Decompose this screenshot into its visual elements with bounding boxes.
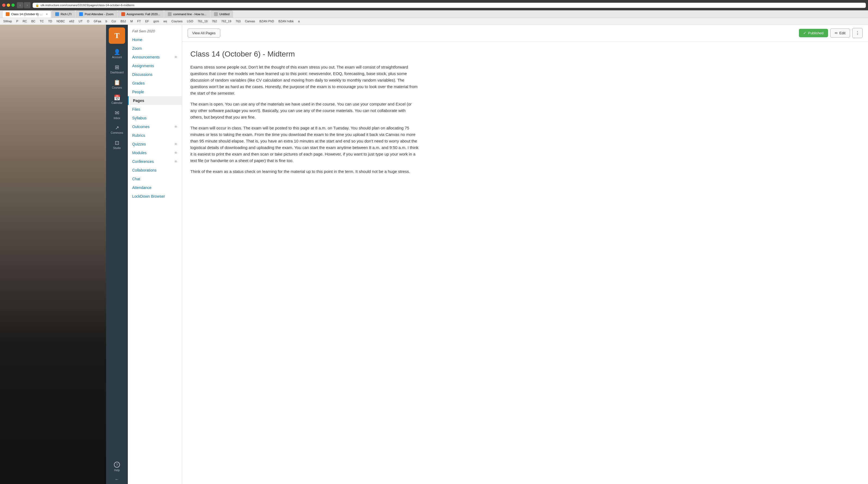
close-button[interactable] (2, 3, 5, 7)
tab-favicon (6, 12, 9, 16)
tab-label: Assignments: Fall 2020... (127, 12, 160, 16)
bookmark-m[interactable]: M (129, 19, 134, 23)
pencil-icon: ✏ (835, 31, 838, 35)
course-nav-rubrics[interactable]: Rubrics (128, 131, 182, 140)
bookmark-swwp[interactable]: SWwp (2, 19, 13, 23)
tab-label: Untitled (219, 12, 229, 16)
eye-icon: 👁 (174, 142, 178, 146)
forward-button[interactable]: › (24, 2, 30, 8)
view-all-pages-button[interactable]: View All Pages (188, 29, 220, 37)
bookmark-courses[interactable]: Courses (170, 19, 184, 23)
more-options-button[interactable]: ⋮ (852, 28, 863, 38)
course-nav-people[interactable]: People (128, 88, 182, 96)
bookmark-762[interactable]: 762 (211, 19, 218, 23)
nav-item-courses[interactable]: 📋 Courses (106, 77, 128, 92)
address-bar[interactable]: 🔒 utk.instructure.com/courses/101923/pag… (33, 3, 866, 8)
bookmark-a[interactable]: a (297, 19, 301, 23)
bookmark-bzan-phd[interactable]: BZAN PhD (258, 19, 275, 23)
bookmark-bsj[interactable]: BSJ (119, 19, 127, 23)
nav-item-calendar[interactable]: 📅 Calendar (106, 92, 128, 108)
tab-assignments[interactable]: Assignments: Fall 2020... (118, 10, 164, 18)
tab-favicon (79, 12, 83, 16)
fullscreen-button[interactable] (11, 3, 15, 7)
bookmark-gcm[interactable]: gcm (152, 19, 160, 23)
bookmark-td[interactable]: TD (47, 19, 53, 23)
commons-icon: ↗ (115, 125, 119, 130)
bookmark-bzan-hdbk[interactable]: BZAN hdbk (277, 19, 295, 23)
eye-icon: 👁 (174, 160, 178, 163)
tab-close-icon[interactable]: × (46, 13, 48, 16)
bookmark-canvas[interactable]: Canvas (244, 19, 256, 23)
bookmark-e62[interactable]: e62 (68, 19, 75, 23)
bookmark-tc[interactable]: TC (39, 19, 45, 23)
bookmark-ccr[interactable]: Ccr (111, 19, 117, 23)
tab-label: Class 14 (October 6) - ... (11, 12, 43, 16)
bookmark-76219[interactable]: 762_19 (220, 19, 232, 23)
collapse-nav-button[interactable]: ← (113, 475, 121, 484)
bookmark-b[interactable]: b (104, 19, 108, 23)
course-nav-pages[interactable]: Pages (128, 96, 182, 105)
tabs-bar: Class 14 (October 6) - ... × Rich LTI Po… (0, 10, 868, 18)
app-body: T 👤 Account ⊞ Dashboard 📋 Courses 📅 Cale… (0, 25, 868, 484)
tab-command-line[interactable]: command line - How to... (164, 10, 210, 18)
course-nav-attendance[interactable]: Attendance (128, 183, 182, 192)
course-nav-zoom[interactable]: Zoom (128, 44, 182, 53)
check-icon: ✓ (803, 31, 806, 35)
edit-button[interactable]: ✏ Edit (830, 29, 850, 37)
course-nav-syllabus[interactable]: Syllabus (128, 114, 182, 122)
bookmark-ft[interactable]: FT (136, 19, 142, 23)
tab-untitled[interactable]: Untitled (211, 10, 233, 18)
course-nav-files[interactable]: Files (128, 105, 182, 114)
course-nav-outcomes[interactable]: Outcomes 👁 (128, 122, 182, 131)
nav-item-help[interactable]: ? Help (106, 459, 128, 475)
bookmark-ut[interactable]: UT (78, 19, 84, 23)
browser-chrome: ‹ › 🔒 utk.instructure.com/courses/101923… (0, 0, 868, 10)
nav-item-account[interactable]: 👤 Account (106, 47, 128, 62)
content-toolbar: View All Pages ✓ Published ✏ Edit ⋮ (182, 25, 868, 41)
nav-item-commons[interactable]: ↗ Commons (106, 123, 128, 137)
nav-buttons: ‹ › (17, 2, 30, 8)
published-button[interactable]: ✓ Published (799, 29, 828, 37)
canvas-logo[interactable]: T (109, 27, 125, 44)
bookmark-p[interactable]: P (15, 19, 19, 23)
dashboard-icon: ⊞ (115, 64, 119, 70)
minimize-button[interactable] (7, 3, 10, 7)
bookmark-lgo[interactable]: LGO (186, 19, 194, 23)
bookmark-761[interactable]: 761_19 (196, 19, 209, 23)
course-nav-home[interactable]: Home (128, 35, 182, 44)
bookmark-o[interactable]: O (86, 19, 91, 23)
course-nav-discussions[interactable]: Discussions (128, 70, 182, 79)
bookmark-ef[interactable]: EF (144, 19, 150, 23)
bookmark-gfaa[interactable]: GFaa (92, 19, 102, 23)
lock-icon: 🔒 (35, 3, 39, 7)
course-nav-collaborations[interactable]: Collaborations (128, 166, 182, 175)
tab-zoom[interactable]: Post Attendee - Zoom (75, 10, 117, 18)
course-nav-lockdown[interactable]: LockDown Browser (128, 192, 182, 201)
course-nav-announcements[interactable]: Announcements 👁 (128, 53, 182, 61)
course-nav-modules[interactable]: Modules 👁 (128, 148, 182, 157)
bookmark-ndbc[interactable]: NDBC (56, 19, 66, 23)
canvas-global-nav: T 👤 Account ⊞ Dashboard 📋 Courses 📅 Cale… (106, 25, 128, 484)
course-nav-conferences[interactable]: Conferences 👁 (128, 157, 182, 166)
bookmark-rc[interactable]: RC (22, 19, 28, 23)
course-nav-grades[interactable]: Grades (128, 79, 182, 88)
paragraph-2: The exam is open. You can use any of the… (190, 101, 419, 120)
bookmark-ws[interactable]: ws (162, 19, 168, 23)
paragraph-1: Exams stress some people out. Don't let … (190, 64, 419, 96)
bookmark-bc[interactable]: BC (30, 19, 36, 23)
bookmark-763[interactable]: 763 (235, 19, 242, 23)
back-button[interactable]: ‹ (17, 2, 23, 8)
course-nav-chat[interactable]: Chat (128, 175, 182, 183)
tab-active[interactable]: Class 14 (October 6) - ... × (2, 10, 51, 18)
paragraph-4: Think of the exam as a status check on l… (190, 168, 419, 175)
url-text: utk.instructure.com/courses/101923/pages… (40, 3, 134, 7)
tab-rich-lti[interactable]: Rich LTI (52, 10, 75, 18)
nav-item-inbox[interactable]: ✉ Inbox (106, 108, 128, 123)
nav-item-studio[interactable]: ⊡ Studio (106, 137, 128, 153)
course-nav-quizzes[interactable]: Quizzes 👁 (128, 140, 182, 148)
account-icon: 👤 (114, 49, 121, 55)
course-nav-assignments[interactable]: Assignments (128, 61, 182, 70)
studio-icon: ⊡ (115, 140, 119, 146)
tab-label: Post Attendee - Zoom (85, 12, 114, 16)
nav-item-dashboard[interactable]: ⊞ Dashboard (106, 62, 128, 77)
